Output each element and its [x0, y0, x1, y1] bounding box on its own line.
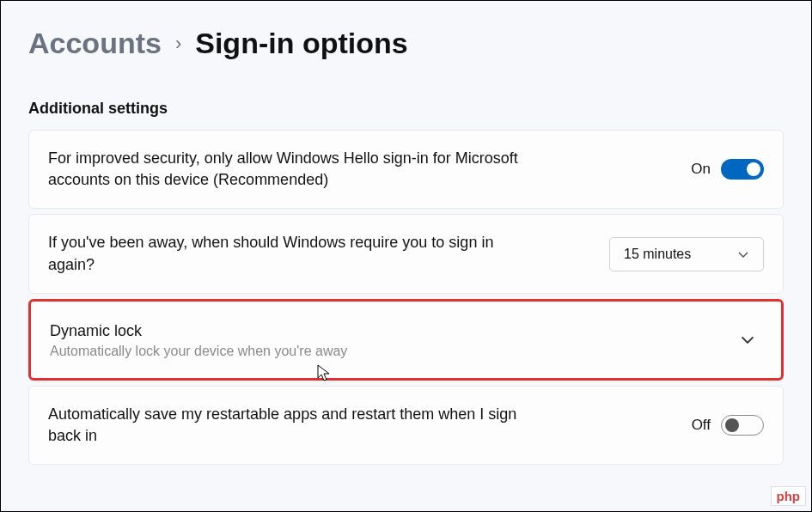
setting-text: For improved security, only allow Window…	[48, 148, 674, 191]
section-header: Additional settings	[28, 100, 784, 118]
breadcrumb: Accounts › Sign-in options	[28, 27, 784, 60]
toggle-state-label: Off	[692, 417, 711, 434]
setting-hello-signin: For improved security, only allow Window…	[28, 130, 784, 209]
setting-title: If you've been away, when should Windows…	[48, 232, 529, 275]
dropdown-selected: 15 minutes	[624, 247, 691, 262]
setting-text: Automatically save my restartable apps a…	[48, 404, 675, 447]
toggle-state-label: On	[691, 161, 711, 178]
hello-signin-toggle[interactable]	[721, 159, 764, 180]
chevron-down-icon	[737, 248, 749, 260]
setting-title: For improved security, only allow Window…	[48, 148, 529, 191]
setting-text: If you've been away, when should Windows…	[48, 232, 592, 275]
setting-control	[740, 332, 762, 347]
breadcrumb-parent[interactable]: Accounts	[28, 27, 162, 60]
setting-title: Automatically save my restartable apps a…	[48, 404, 529, 447]
setting-title: Dynamic lock	[50, 320, 723, 342]
watermark-text: php	[777, 489, 801, 503]
setting-subtitle: Automatically lock your device when you'…	[50, 344, 723, 359]
setting-control: Off	[692, 415, 764, 436]
watermark: php	[771, 486, 807, 506]
setting-require-signin: If you've been away, when should Windows…	[28, 214, 784, 293]
breadcrumb-current: Sign-in options	[195, 27, 407, 60]
setting-text: Dynamic lock Automatically lock your dev…	[50, 320, 723, 359]
setting-restartable-apps: Automatically save my restartable apps a…	[28, 386, 784, 465]
restartable-apps-toggle[interactable]	[721, 415, 764, 436]
setting-control: 15 minutes	[609, 237, 764, 271]
chevron-down-icon[interactable]	[740, 332, 755, 347]
setting-control: On	[691, 159, 764, 180]
setting-dynamic-lock[interactable]: Dynamic lock Automatically lock your dev…	[28, 299, 784, 381]
chevron-right-icon: ›	[175, 33, 181, 55]
toggle-knob	[725, 418, 739, 432]
toggle-knob	[747, 162, 760, 176]
require-signin-dropdown[interactable]: 15 minutes	[609, 237, 764, 271]
